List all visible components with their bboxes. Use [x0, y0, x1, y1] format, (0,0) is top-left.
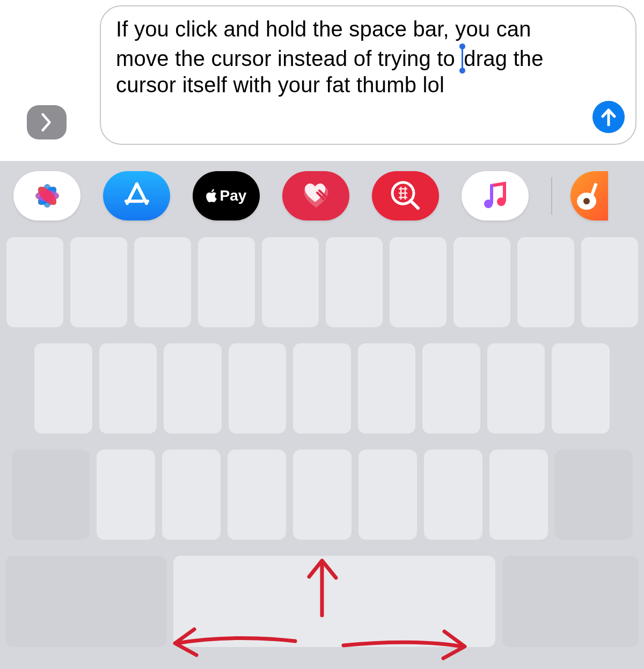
app-music[interactable]: [462, 171, 529, 220]
blank-key[interactable]: [97, 450, 155, 540]
keyboard-panel: Pay: [0, 161, 644, 669]
svg-point-9: [484, 200, 493, 208]
search-hashtag-icon: [387, 177, 425, 215]
backspace-key[interactable]: [555, 450, 633, 540]
blank-key[interactable]: [552, 343, 610, 433]
app-garageband[interactable]: [570, 171, 608, 220]
blank-key[interactable]: [422, 343, 480, 433]
guitar-icon: [576, 180, 603, 212]
blank-key[interactable]: [453, 237, 510, 327]
blank-key[interactable]: [293, 343, 351, 433]
chevron-right-icon: [41, 113, 53, 131]
strip-divider: [551, 177, 552, 215]
svg-point-10: [497, 197, 506, 206]
blank-key[interactable]: [164, 343, 222, 433]
blank-key[interactable]: [358, 343, 416, 433]
compose-area: If you click and hold the space bar, you…: [0, 0, 644, 161]
apple-logo-icon: [206, 189, 218, 203]
blank-key[interactable]: [6, 237, 63, 327]
blank-key[interactable]: [326, 237, 383, 327]
key-row-1: [0, 237, 644, 327]
keyboard-keys[interactable]: [0, 237, 644, 663]
app-hashtag[interactable]: [372, 171, 439, 220]
app-appstore[interactable]: [103, 171, 170, 220]
return-key[interactable]: [502, 556, 639, 647]
blank-key[interactable]: [517, 237, 574, 327]
message-text: If you click and hold the space bar, you…: [116, 16, 582, 98]
blank-key[interactable]: [162, 450, 221, 540]
key-row-4: [0, 556, 644, 647]
send-button[interactable]: [592, 101, 625, 133]
app-applepay[interactable]: Pay: [193, 171, 260, 220]
blank-key[interactable]: [229, 343, 287, 433]
app-strip[interactable]: Pay: [0, 161, 644, 231]
key-row-2: [0, 343, 644, 433]
blank-key[interactable]: [487, 343, 545, 433]
blank-key[interactable]: [293, 450, 352, 540]
expand-button[interactable]: [27, 105, 67, 139]
shift-key[interactable]: [12, 450, 90, 540]
blank-key[interactable]: [262, 237, 319, 327]
message-input[interactable]: If you click and hold the space bar, you…: [100, 5, 636, 145]
blank-key[interactable]: [198, 237, 255, 327]
blank-key[interactable]: [424, 450, 482, 540]
blank-key[interactable]: [581, 237, 638, 327]
blank-key[interactable]: [489, 450, 548, 540]
key-row-3: [0, 450, 644, 540]
blank-key[interactable]: [358, 450, 417, 540]
blank-key[interactable]: [228, 450, 286, 540]
blank-key[interactable]: [390, 237, 447, 327]
blank-key[interactable]: [70, 237, 127, 327]
svg-point-12: [583, 198, 590, 204]
text-caret: [462, 47, 463, 70]
app-fitness[interactable]: [282, 171, 349, 220]
arrow-up-icon: [601, 108, 617, 126]
music-icon: [482, 181, 509, 210]
blank-key[interactable]: [134, 237, 191, 327]
numbers-key[interactable]: [5, 556, 166, 647]
space-key[interactable]: [173, 556, 495, 647]
photos-icon: [32, 181, 62, 211]
blank-key[interactable]: [99, 343, 157, 433]
fitness-icon: [299, 181, 333, 211]
blank-key[interactable]: [34, 343, 92, 433]
app-photos[interactable]: [13, 171, 80, 220]
appstore-icon: [121, 180, 153, 212]
applepay-label: Pay: [220, 187, 247, 204]
